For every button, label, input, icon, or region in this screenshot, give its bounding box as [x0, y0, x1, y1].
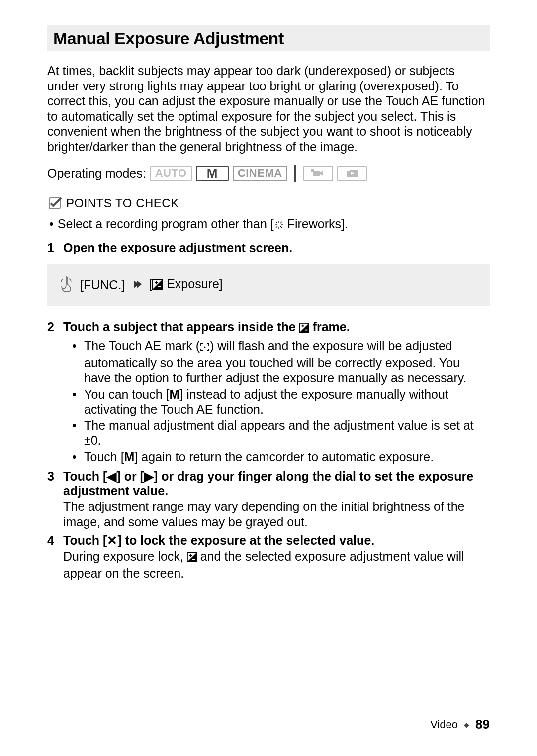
- svg-marker-1: [320, 171, 323, 176]
- mode-auto-badge: AUTO: [150, 166, 192, 181]
- points-bullet: • Select a recording program other than …: [49, 217, 490, 233]
- step-2-title: Touch a subject that appears inside the …: [63, 320, 490, 336]
- step-2-bullet-2: You can touch [M] instead to adjust the …: [72, 387, 490, 417]
- footer-diamond-icon: ◆: [464, 721, 469, 729]
- step-3-title: Touch [◀] or [▶] or drag your finger alo…: [63, 469, 490, 498]
- svg-rect-0: [313, 171, 320, 176]
- page-footer: Video ◆ 89: [430, 717, 490, 732]
- callout-exposure-label: Exposure]: [163, 277, 223, 291]
- play-folder-icon: [346, 169, 358, 178]
- check-icon: [47, 196, 62, 211]
- step-2: 2 Touch a subject that appears inside th…: [47, 320, 490, 465]
- exposure-icon: [152, 278, 163, 293]
- points-bullet-post: Fireworks].: [284, 217, 348, 231]
- step-2-num: 2: [47, 320, 56, 465]
- step-4: 4 Touch [✕] to lock the exposure at the …: [47, 533, 490, 581]
- step-2-bullets: The Touch AE mark () will flash and the …: [72, 338, 490, 464]
- step-4-desc: During exposure lock, and the selected e…: [63, 549, 490, 581]
- step-2-bullet-4: Touch [M] again to return the camcorder …: [72, 449, 490, 465]
- step-1-title: Open the exposure adjustment screen.: [63, 241, 490, 255]
- section-header: Manual Exposure Adjustment: [47, 25, 490, 51]
- svg-line-9: [276, 222, 277, 223]
- step-3-desc: The adjustment range may vary depending …: [63, 499, 490, 529]
- mode-video-badge: [303, 166, 333, 181]
- video-camera-icon: [311, 169, 325, 178]
- step-2-bullet-3: The manual adjustment dial appears and t…: [72, 418, 490, 448]
- svg-line-11: [280, 222, 282, 223]
- svg-marker-19: [300, 323, 309, 332]
- callout-func-label: [FUNC.]: [80, 278, 125, 292]
- points-bullet-pre: Select a recording program other than [: [58, 217, 274, 231]
- step-4-title: Touch [✕] to lock the exposure at the se…: [63, 533, 490, 548]
- page-title: Manual Exposure Adjustment: [53, 29, 484, 48]
- svg-marker-25: [187, 553, 196, 562]
- chevron-right-icon: [132, 278, 142, 292]
- func-callout: [FUNC.] [ Exposure]: [47, 264, 490, 306]
- steps-list: 1 Open the exposure adjustment screen. […: [47, 241, 490, 581]
- step-1-num: 1: [47, 241, 56, 255]
- fireworks-icon: [274, 218, 284, 233]
- svg-line-10: [280, 226, 282, 228]
- operating-modes-row: Operating modes: AUTO M CINEMA: [47, 165, 490, 182]
- operating-modes-label: Operating modes:: [47, 167, 146, 181]
- points-to-check-label: POINTS TO CHECK: [66, 196, 179, 210]
- step-2-bullet-1: The Touch AE mark () will flash and the …: [72, 338, 490, 386]
- mode-cinema-badge: CINEMA: [233, 166, 287, 181]
- points-to-check-row: POINTS TO CHECK: [47, 196, 490, 211]
- footer-section: Video: [430, 718, 458, 731]
- intro-paragraph: At times, backlit subjects may appear to…: [47, 63, 490, 154]
- svg-marker-14: [153, 279, 163, 289]
- exposure-icon: [299, 321, 309, 336]
- svg-rect-2: [311, 169, 314, 172]
- mode-divider: [294, 165, 296, 182]
- touch-icon: [59, 275, 73, 295]
- step-1: 1 Open the exposure adjustment screen.: [47, 241, 490, 255]
- mode-playback-badge: [337, 166, 367, 181]
- footer-page-number: 89: [475, 717, 490, 732]
- svg-line-12: [276, 226, 277, 228]
- step-3-num: 3: [47, 469, 56, 529]
- exposure-icon: [187, 550, 197, 566]
- touch-ae-mark-icon: [200, 340, 210, 355]
- mode-manual-badge: M: [196, 166, 229, 181]
- step-3: 3 Touch [◀] or [▶] or drag your finger a…: [47, 469, 490, 529]
- step-4-num: 4: [47, 533, 56, 581]
- svg-point-23: [204, 347, 205, 348]
